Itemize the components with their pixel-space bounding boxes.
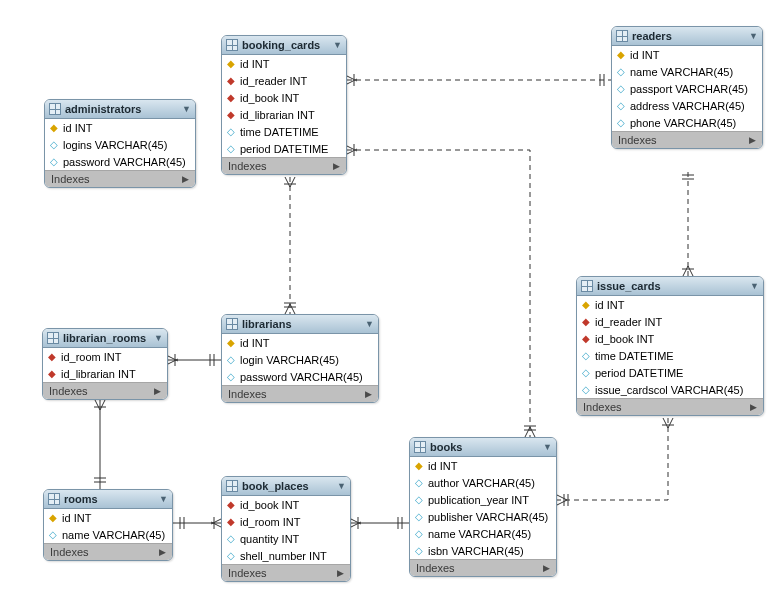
column-row[interactable]: ◆id_room INT	[222, 513, 350, 530]
indexes-footer[interactable]: Indexes▶	[222, 564, 350, 581]
column-row[interactable]: ◇password VARCHAR(45)	[45, 153, 195, 170]
entity-header[interactable]: administrators ▼	[45, 100, 195, 119]
chevron-right-icon: ▶	[543, 563, 550, 573]
column-row[interactable]: ◆id INT	[612, 46, 762, 63]
entity-header[interactable]: librarian_rooms ▼	[43, 329, 167, 348]
diamond-icon: ◇	[616, 101, 626, 111]
column-row[interactable]: ◇logins VARCHAR(45)	[45, 136, 195, 153]
table-icon	[226, 480, 238, 492]
entity-header[interactable]: librarians ▼	[222, 315, 378, 334]
table-icon	[49, 103, 61, 115]
entity-title: rooms	[64, 493, 159, 505]
column-row[interactable]: ◇period DATETIME	[222, 140, 346, 157]
column-row[interactable]: ◆id_book INT	[222, 89, 346, 106]
column-row[interactable]: ◆id INT	[410, 457, 556, 474]
diamond-icon: ◇	[616, 84, 626, 94]
indexes-footer[interactable]: Indexes▶	[612, 131, 762, 148]
entity-title: book_places	[242, 480, 337, 492]
column-row[interactable]: ◇login VARCHAR(45)	[222, 351, 378, 368]
diamond-icon: ◇	[414, 478, 424, 488]
column-row[interactable]: ◆id INT	[44, 509, 172, 526]
column-row[interactable]: ◇address VARCHAR(45)	[612, 97, 762, 114]
indexes-footer[interactable]: Indexes▶	[44, 543, 172, 560]
fk-icon: ◆	[226, 110, 236, 120]
column-row[interactable]: ◆id_room INT	[43, 348, 167, 365]
fk-icon: ◆	[47, 369, 57, 379]
entity-booking-cards[interactable]: booking_cards ▼ ◆id INT ◆id_reader INT ◆…	[221, 35, 347, 175]
column-row[interactable]: ◆id INT	[577, 296, 763, 313]
chevron-down-icon: ▼	[159, 494, 168, 504]
column-row[interactable]: ◇author VARCHAR(45)	[410, 474, 556, 491]
column-row[interactable]: ◇time DATETIME	[222, 123, 346, 140]
diamond-icon: ◇	[581, 368, 591, 378]
table-icon	[48, 493, 60, 505]
fk-icon: ◆	[226, 500, 236, 510]
table-icon	[226, 39, 238, 51]
column-row[interactable]: ◇publisher VARCHAR(45)	[410, 508, 556, 525]
column-row[interactable]: ◇name VARCHAR(45)	[612, 63, 762, 80]
column-row[interactable]: ◆id INT	[222, 334, 378, 351]
column-row[interactable]: ◇name VARCHAR(45)	[410, 525, 556, 542]
entity-header[interactable]: rooms ▼	[44, 490, 172, 509]
entity-issue-cards[interactable]: issue_cards ▼ ◆id INT ◆id_reader INT ◆id…	[576, 276, 764, 416]
column-list: ◆id INT ◇name VARCHAR(45) ◇passport VARC…	[612, 46, 762, 131]
key-icon: ◆	[226, 59, 236, 69]
column-row[interactable]: ◇period DATETIME	[577, 364, 763, 381]
entity-header[interactable]: readers ▼	[612, 27, 762, 46]
column-row[interactable]: ◇shell_number INT	[222, 547, 350, 564]
table-icon	[226, 318, 238, 330]
indexes-footer[interactable]: Indexes▶	[43, 382, 167, 399]
column-row[interactable]: ◆id_book INT	[577, 330, 763, 347]
column-row[interactable]: ◆id INT	[45, 119, 195, 136]
entity-librarian-rooms[interactable]: librarian_rooms ▼ ◆id_room INT ◆id_libra…	[42, 328, 168, 400]
entity-title: librarian_rooms	[63, 332, 154, 344]
column-row[interactable]: ◆id_librarian INT	[43, 365, 167, 382]
column-row[interactable]: ◆id_reader INT	[222, 72, 346, 89]
column-list: ◆id INT ◇author VARCHAR(45) ◇publication…	[410, 457, 556, 559]
column-row[interactable]: ◇password VARCHAR(45)	[222, 368, 378, 385]
column-row[interactable]: ◇isbn VARCHAR(45)	[410, 542, 556, 559]
chevron-down-icon: ▼	[337, 481, 346, 491]
entity-rooms[interactable]: rooms ▼ ◆id INT ◇name VARCHAR(45) Indexe…	[43, 489, 173, 561]
diamond-icon: ◇	[226, 127, 236, 137]
chevron-down-icon: ▼	[365, 319, 374, 329]
entity-title: issue_cards	[597, 280, 750, 292]
key-icon: ◆	[616, 50, 626, 60]
column-row[interactable]: ◆id_book INT	[222, 496, 350, 513]
entity-header[interactable]: issue_cards ▼	[577, 277, 763, 296]
diamond-icon: ◇	[49, 140, 59, 150]
column-row[interactable]: ◇issue_cardscol VARCHAR(45)	[577, 381, 763, 398]
indexes-footer[interactable]: Indexes▶	[222, 157, 346, 174]
entity-administrators[interactable]: administrators ▼ ◆id INT ◇logins VARCHAR…	[44, 99, 196, 188]
column-row[interactable]: ◆id INT	[222, 55, 346, 72]
entity-librarians[interactable]: librarians ▼ ◆id INT ◇login VARCHAR(45) …	[221, 314, 379, 403]
table-icon	[414, 441, 426, 453]
column-row[interactable]: ◇publication_year INT	[410, 491, 556, 508]
diamond-icon: ◇	[48, 530, 58, 540]
column-row[interactable]: ◇time DATETIME	[577, 347, 763, 364]
column-row[interactable]: ◆id_librarian INT	[222, 106, 346, 123]
entity-readers[interactable]: readers ▼ ◆id INT ◇name VARCHAR(45) ◇pas…	[611, 26, 763, 149]
entity-header[interactable]: booking_cards ▼	[222, 36, 346, 55]
entity-header[interactable]: book_places ▼	[222, 477, 350, 496]
column-row[interactable]: ◆id_reader INT	[577, 313, 763, 330]
key-icon: ◆	[226, 338, 236, 348]
column-row[interactable]: ◇quantity INT	[222, 530, 350, 547]
fk-icon: ◆	[581, 317, 591, 327]
diamond-icon: ◇	[581, 385, 591, 395]
chevron-right-icon: ▶	[159, 547, 166, 557]
entity-header[interactable]: books ▼	[410, 438, 556, 457]
column-list: ◆id INT ◇login VARCHAR(45) ◇password VAR…	[222, 334, 378, 385]
diamond-icon: ◇	[616, 67, 626, 77]
column-row[interactable]: ◇phone VARCHAR(45)	[612, 114, 762, 131]
indexes-footer[interactable]: Indexes▶	[410, 559, 556, 576]
fk-icon: ◆	[581, 334, 591, 344]
indexes-footer[interactable]: Indexes▶	[45, 170, 195, 187]
chevron-right-icon: ▶	[333, 161, 340, 171]
indexes-footer[interactable]: Indexes▶	[222, 385, 378, 402]
column-row[interactable]: ◇passport VARCHAR(45)	[612, 80, 762, 97]
entity-book-places[interactable]: book_places ▼ ◆id_book INT ◆id_room INT …	[221, 476, 351, 582]
entity-books[interactable]: books ▼ ◆id INT ◇author VARCHAR(45) ◇pub…	[409, 437, 557, 577]
column-row[interactable]: ◇name VARCHAR(45)	[44, 526, 172, 543]
indexes-footer[interactable]: Indexes▶	[577, 398, 763, 415]
